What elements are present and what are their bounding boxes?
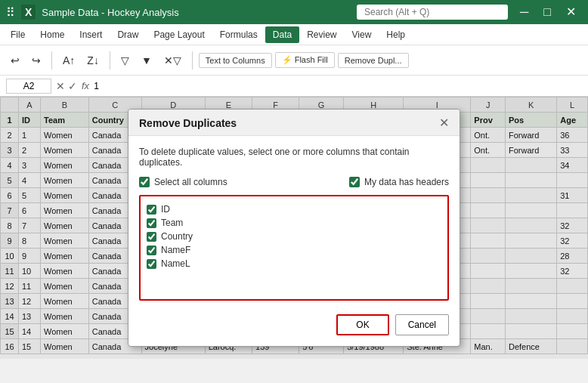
col-checkbox-item-id[interactable]: ID (147, 202, 441, 216)
undo-button[interactable]: ↩ (6, 51, 24, 69)
col-checkbox-country[interactable] (147, 232, 156, 242)
col-label-country: Country (161, 231, 193, 242)
ok-button[interactable]: OK (336, 314, 388, 335)
menu-item-formulas[interactable]: Formulas (212, 26, 265, 43)
remove-duplicates-button[interactable]: Remove Dupl... (338, 53, 409, 68)
select-all-label[interactable]: Select all columns (139, 177, 227, 187)
window-title: Sample Data - Hockey Analysis (42, 7, 351, 18)
menu-item-home[interactable]: Home (32, 26, 72, 43)
redo-button[interactable]: ↪ (27, 51, 45, 69)
col-label-namel: NameL (161, 258, 190, 269)
col-checkbox-namel[interactable] (147, 259, 156, 269)
col-label-team: Team (161, 218, 183, 228)
dialog-title: Remove Duplicates (139, 117, 237, 129)
select-all-text: Select all columns (154, 177, 227, 187)
dialog-body: To delete duplicate values, select one o… (128, 136, 460, 346)
my-data-has-headers-checkbox[interactable] (349, 177, 360, 187)
col-label-namef: NameF (161, 245, 190, 255)
confirm-formula-icon[interactable]: ✓ (68, 80, 77, 92)
menu-item-view[interactable]: View (345, 26, 379, 43)
filter-button[interactable]: ▽ (116, 51, 134, 69)
fx-label: fx (82, 80, 89, 91)
dialog-close-button[interactable]: ✕ (439, 117, 449, 129)
select-all-checkbox[interactable] (139, 177, 150, 187)
menu-item-data[interactable]: Data (265, 26, 299, 43)
cancel-button[interactable]: Cancel (395, 314, 449, 335)
col-checkbox-item-namel[interactable]: NameL (147, 257, 441, 270)
col-label-id: ID (161, 204, 170, 215)
toolbar-sep-3 (192, 51, 193, 69)
toolbar-sep-1 (51, 51, 52, 69)
minimize-button[interactable]: ─ (514, 0, 534, 24)
sort-az-button[interactable]: A↑ (58, 51, 79, 69)
filter-apply-button[interactable]: ▼ (137, 51, 156, 69)
window-controls: ─ □ ✕ (514, 0, 582, 24)
clear-filter-button[interactable]: ✕▽ (159, 51, 186, 69)
col-checkbox-namef[interactable] (147, 246, 156, 255)
dialog-footer: OK Cancel (139, 311, 449, 335)
menu-item-help[interactable]: Help (379, 26, 413, 43)
sort-za-button[interactable]: Z↓ (82, 51, 104, 69)
formula-input[interactable] (94, 81, 582, 91)
dialog-description: To delete duplicate values, select one o… (139, 147, 449, 168)
remove-duplicates-dialog: Remove Duplicates ✕ To delete duplicate … (128, 109, 460, 347)
col-checkbox-item-country[interactable]: Country (147, 230, 441, 243)
col-checkbox-item-namef[interactable]: NameF (147, 243, 441, 257)
my-data-has-headers-label[interactable]: My data has headers (349, 177, 449, 187)
col-checkbox-item-team[interactable]: Team (147, 216, 441, 230)
cancel-formula-icon[interactable]: ✕ (56, 80, 65, 92)
menu-item-review[interactable]: Review (299, 26, 344, 43)
close-button[interactable]: ✕ (560, 0, 582, 24)
maximize-button[interactable]: □ (537, 0, 557, 24)
my-data-has-headers-text: My data has headers (364, 177, 449, 187)
toolbar-sep-2 (110, 51, 110, 69)
dialog-options-row: Select all columns My data has headers (139, 177, 449, 187)
columns-list: IDTeamCountryNameFNameL (139, 195, 449, 301)
col-checkbox-team[interactable] (147, 218, 156, 228)
dialog-overlay: Remove Duplicates ✕ To delete duplicate … (0, 97, 588, 359)
title-bar: ⠿ X Sample Data - Hockey Analysis ─ □ ✕ (0, 0, 588, 24)
col-checkbox-id[interactable] (147, 205, 156, 215)
menu-item-page layout[interactable]: Page Layout (146, 26, 212, 43)
dialog-title-bar: Remove Duplicates ✕ (128, 110, 460, 136)
spreadsheet-container: ABCDEFGHIJKL1IDTeamCountryNameFNameLWeig… (0, 97, 588, 359)
formula-bar-icons: ✕ ✓ (56, 80, 77, 92)
menu-bar: FileHomeInsertDrawPage LayoutFormulasDat… (0, 24, 588, 45)
flash-fill-button[interactable]: ⚡ Flash Fill (275, 52, 335, 68)
excel-icon: X (21, 5, 36, 20)
formula-bar: ✕ ✓ fx (0, 76, 588, 97)
search-input[interactable] (357, 5, 508, 20)
menu-item-draw[interactable]: Draw (110, 26, 146, 43)
cell-reference-input[interactable] (6, 79, 51, 94)
menu-item-insert[interactable]: Insert (72, 26, 110, 43)
app-grid-icon: ⠿ (6, 5, 15, 20)
menu-item-file[interactable]: File (3, 26, 32, 43)
toolbar: ↩ ↪ A↑ Z↓ ▽ ▼ ✕▽ Text to Columns ⚡ Flash… (0, 45, 588, 76)
text-to-columns-button[interactable]: Text to Columns (199, 53, 272, 68)
